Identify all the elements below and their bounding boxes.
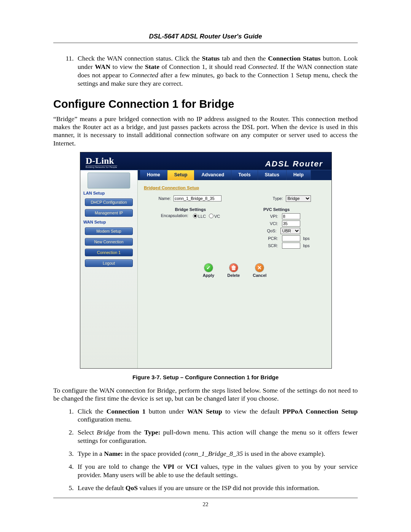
step-item: If you are told to change the VPI or VCI… [75, 463, 358, 479]
panel-title: Bridged Connection Setup [144, 185, 325, 190]
vpi-input[interactable] [282, 213, 300, 219]
bridge-settings-heading: Bridge Settings [159, 207, 223, 212]
sidebar-item-modem-setup[interactable]: Modem Setup [85, 227, 133, 235]
name-label: Name: [159, 196, 171, 201]
router-figure: D-Link Building Networks for People ADSL… [80, 152, 331, 369]
brand-tagline: Building Networks for People [86, 166, 117, 168]
vci-input[interactable] [282, 220, 300, 227]
sidebar-item-new-connection[interactable]: New Connection [85, 238, 133, 246]
tabs-row: HomeSetupAdvancedToolsStatusHelp [138, 170, 331, 180]
tab-setup[interactable]: Setup [167, 170, 195, 180]
type-select[interactable]: Bridge [286, 195, 311, 202]
brand-logo: D-Link [86, 156, 117, 166]
cancel-button[interactable]: ✕ Cancel [253, 264, 266, 278]
check-icon: ✓ [204, 264, 213, 272]
vpi-label: VPI: [244, 214, 278, 219]
delete-label: Delete [227, 273, 240, 278]
pcr-unit: bps [303, 236, 311, 241]
pcr-input[interactable] [282, 235, 300, 241]
encapsulation-label: Encapsulation: [161, 213, 188, 219]
scr-unit: bps [303, 243, 311, 248]
sidebar-item-logout[interactable]: Logout [85, 259, 133, 267]
footer-rule [53, 498, 358, 498]
router-header: D-Link Building Networks for People ADSL… [80, 152, 331, 170]
cancel-icon: ✕ [255, 264, 264, 272]
router-main: HomeSetupAdvancedToolsStatusHelp Bridged… [138, 170, 331, 368]
sidebar-item-dhcp-configuration[interactable]: DHCP Configuration [85, 198, 133, 206]
pvc-settings-heading: PVC Settings [242, 207, 311, 212]
name-input[interactable] [174, 195, 221, 201]
apply-label: Apply [203, 273, 215, 278]
intro-paragraph: “Bridge” means a pure bridged connection… [53, 115, 358, 147]
product-name: ADSL Router [265, 159, 323, 168]
radio-off-icon [209, 214, 213, 218]
step-item: Select Bridge from the Type: pull-down m… [75, 428, 358, 445]
after-figure-paragraph: To configure the WAN connection for Brid… [53, 387, 358, 403]
step-11-list: Check the WAN connection status. Click t… [53, 54, 358, 88]
lan-setup-label: LAN Setup [83, 191, 137, 195]
type-label: Type: [273, 196, 283, 201]
step-item: Click the Connection 1 button under WAN … [75, 407, 358, 424]
name-type-row: Name: Type: Bridge [159, 195, 311, 202]
sidebar-item-connection-1[interactable]: Connection 1 [85, 249, 133, 256]
qos-select[interactable]: UBR [280, 228, 300, 234]
vci-label: VCI: [244, 221, 278, 226]
brand-block: D-Link Building Networks for People [86, 156, 117, 168]
scr-input[interactable] [282, 243, 300, 249]
router-sidebar: LAN Setup DHCP ConfigurationManagement I… [80, 170, 138, 368]
delete-button[interactable]: 🗑 Delete [227, 264, 240, 278]
tab-advanced[interactable]: Advanced [194, 170, 231, 180]
sidebar-item-management-ip[interactable]: Management IP [85, 209, 133, 217]
figure-caption: Figure 3-7. Setup – Configure Connection… [53, 374, 358, 380]
action-bar: ✓ Apply 🗑 Delete ✕ Cancel [144, 264, 325, 278]
step-item: Type in a Name: in the space provided (c… [75, 450, 358, 458]
device-icon [88, 173, 130, 189]
radio-on-icon [193, 214, 198, 218]
tab-help[interactable]: Help [287, 170, 311, 180]
apply-button[interactable]: ✓ Apply [203, 264, 215, 278]
steps-list: Click the Connection 1 button under WAN … [53, 407, 358, 492]
section-heading: Configure Connection 1 for Bridge [53, 98, 358, 110]
cancel-label: Cancel [253, 273, 266, 278]
enc-llc-radio[interactable]: LLC [193, 213, 206, 219]
tab-status[interactable]: Status [258, 170, 287, 180]
router-window: D-Link Building Networks for People ADSL… [80, 152, 332, 369]
page-number: 22 [53, 501, 358, 508]
trash-icon: 🗑 [229, 264, 238, 272]
wan-setup-label: WAN Setup [83, 220, 137, 224]
doc-header: DSL-564T ADSL Router User's Guide [53, 33, 358, 40]
header-rule [53, 43, 358, 43]
tab-tools[interactable]: Tools [231, 170, 258, 180]
step-11: Check the WAN connection status. Click t… [75, 54, 358, 88]
step-item: Leave the default QoS values if you are … [75, 484, 358, 492]
pcr-label: PCR: [244, 236, 278, 241]
tab-home[interactable]: Home [140, 170, 167, 180]
scr-label: SCR: [244, 243, 278, 248]
qos-label: QoS: [242, 228, 277, 233]
enc-vc-radio[interactable]: VC [209, 213, 220, 219]
